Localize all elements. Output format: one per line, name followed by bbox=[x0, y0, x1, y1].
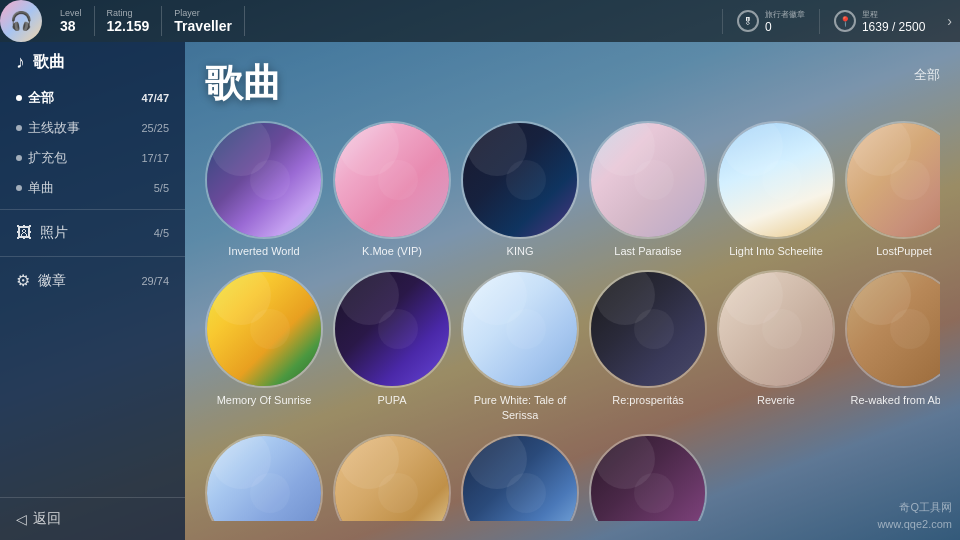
song-circle bbox=[845, 121, 940, 239]
song-circle bbox=[589, 270, 707, 388]
top-arrow[interactable]: › bbox=[939, 13, 960, 29]
song-card[interactable]: PUPA bbox=[333, 270, 451, 422]
sidebar-single-count: 5/5 bbox=[154, 182, 169, 194]
song-art bbox=[463, 123, 577, 237]
sidebar-item-photos[interactable]: 🖼 照片 4/5 bbox=[0, 216, 185, 250]
song-circle bbox=[333, 434, 451, 521]
song-circle bbox=[461, 121, 579, 239]
badge-label: 旅行者徽章 bbox=[765, 9, 805, 20]
dot-icon bbox=[16, 185, 22, 191]
badge-value: 0 bbox=[765, 20, 805, 34]
sidebar-item-expansion[interactable]: 扩充包 17/17 bbox=[0, 143, 185, 173]
dot-icon bbox=[16, 95, 22, 101]
back-button[interactable]: ◁ 返回 bbox=[16, 510, 169, 528]
songs-grid: Inverted WorldK.Moe (VIP)KINGLast Paradi… bbox=[205, 121, 940, 521]
badge-text: 旅行者徽章 0 bbox=[765, 9, 805, 34]
sidebar-item-main-story[interactable]: 主线故事 25/25 bbox=[0, 113, 185, 143]
song-card[interactable] bbox=[333, 434, 451, 521]
avatar: 🎧 bbox=[0, 0, 42, 42]
player-stat: Player Traveller bbox=[162, 6, 245, 36]
song-art bbox=[463, 436, 577, 521]
sidebar-main-story-label: 主线故事 bbox=[28, 119, 80, 137]
song-art bbox=[207, 272, 321, 386]
mileage-value: 1639 / 2500 bbox=[862, 20, 925, 34]
song-name: K.Moe (VIP) bbox=[362, 244, 422, 258]
song-name: PUPA bbox=[377, 393, 406, 407]
song-card[interactable] bbox=[589, 434, 707, 521]
sidebar-songs-header: ♪ 歌曲 bbox=[0, 42, 185, 83]
sidebar-all-label: 全部 bbox=[28, 89, 54, 107]
song-card[interactable]: Re:prosperitás bbox=[589, 270, 707, 422]
main-content: 歌曲 全部 Inverted WorldK.Moe (VIP)KINGLast … bbox=[185, 42, 960, 540]
song-circle bbox=[589, 434, 707, 521]
song-art bbox=[335, 272, 449, 386]
song-circle bbox=[205, 121, 323, 239]
song-art bbox=[335, 123, 449, 237]
back-label: 返回 bbox=[33, 510, 61, 528]
mileage-label: 里程 bbox=[862, 9, 925, 20]
photos-icon: 🖼 bbox=[16, 224, 32, 242]
song-card[interactable]: Last Paradise bbox=[589, 121, 707, 258]
song-circle bbox=[845, 270, 940, 388]
player-value: Traveller bbox=[174, 18, 232, 34]
sidebar-item-single[interactable]: 单曲 5/5 bbox=[0, 173, 185, 203]
mileage-stat: 📍 里程 1639 / 2500 bbox=[819, 9, 939, 34]
song-name: KING bbox=[507, 244, 534, 258]
song-circle bbox=[461, 270, 579, 388]
song-name: LostPuppet bbox=[876, 244, 932, 258]
song-circle bbox=[461, 434, 579, 521]
song-name: Re:prosperitás bbox=[612, 393, 684, 407]
song-card[interactable] bbox=[205, 434, 323, 521]
sidebar-badges-label: 徽章 bbox=[38, 272, 66, 290]
song-circle bbox=[205, 270, 323, 388]
song-circle bbox=[333, 121, 451, 239]
song-circle bbox=[717, 121, 835, 239]
song-card[interactable]: K.Moe (VIP) bbox=[333, 121, 451, 258]
watermark-line2: www.qqe2.com bbox=[877, 516, 952, 533]
song-name: Inverted World bbox=[228, 244, 299, 258]
song-name: Re-waked from Abyss bbox=[851, 393, 941, 407]
top-bar: 🎧 Level 38 Rating 12.159 Player Travelle… bbox=[0, 0, 960, 42]
sidebar-item-badges[interactable]: ⚙ 徽章 29/74 bbox=[0, 263, 185, 298]
song-circle bbox=[205, 434, 323, 521]
song-card[interactable] bbox=[461, 434, 579, 521]
rating-label: Rating bbox=[107, 8, 150, 18]
level-label: Level bbox=[60, 8, 82, 18]
song-card[interactable]: LostPuppet bbox=[845, 121, 940, 258]
sidebar-expansion-count: 17/17 bbox=[141, 152, 169, 164]
song-art bbox=[847, 272, 940, 386]
song-circle bbox=[589, 121, 707, 239]
song-name: Light Into Scheelite bbox=[729, 244, 823, 258]
song-card[interactable]: Re-waked from Abyss bbox=[845, 270, 940, 422]
song-card[interactable]: Light Into Scheelite bbox=[717, 121, 835, 258]
song-card[interactable]: Pure White: Tale of Serissa bbox=[461, 270, 579, 422]
song-card[interactable]: Inverted World bbox=[205, 121, 323, 258]
song-card[interactable]: KING bbox=[461, 121, 579, 258]
badges-icon: ⚙ bbox=[16, 271, 30, 290]
sidebar-single-label: 单曲 bbox=[28, 179, 54, 197]
song-card[interactable]: Memory Of Sunrise bbox=[205, 270, 323, 422]
page-header: 歌曲 全部 bbox=[205, 58, 940, 109]
sidebar-all-count: 47/47 bbox=[141, 92, 169, 104]
level-stat: Level 38 bbox=[48, 6, 95, 36]
sidebar-expansion-label: 扩充包 bbox=[28, 149, 67, 167]
sidebar-photos-label: 照片 bbox=[40, 224, 68, 242]
song-art bbox=[335, 436, 449, 521]
song-art bbox=[847, 123, 940, 237]
song-name: Reverie bbox=[757, 393, 795, 407]
mileage-text: 里程 1639 / 2500 bbox=[862, 9, 925, 34]
sidebar-photos-count: 4/5 bbox=[154, 227, 169, 239]
filter-button[interactable]: 全部 bbox=[914, 66, 940, 84]
level-value: 38 bbox=[60, 18, 82, 34]
music-icon: ♪ bbox=[16, 52, 25, 73]
dot-icon bbox=[16, 125, 22, 131]
song-card[interactable]: Reverie bbox=[717, 270, 835, 422]
sidebar-item-all[interactable]: 全部 47/47 bbox=[0, 83, 185, 113]
song-art bbox=[463, 272, 577, 386]
mileage-icon: 📍 bbox=[834, 10, 856, 32]
player-label: Player bbox=[174, 8, 232, 18]
song-name: Memory Of Sunrise bbox=[217, 393, 312, 407]
back-arrow-icon: ◁ bbox=[16, 511, 27, 527]
sidebar-main-story-count: 25/25 bbox=[141, 122, 169, 134]
sidebar-divider-1 bbox=[0, 209, 185, 210]
